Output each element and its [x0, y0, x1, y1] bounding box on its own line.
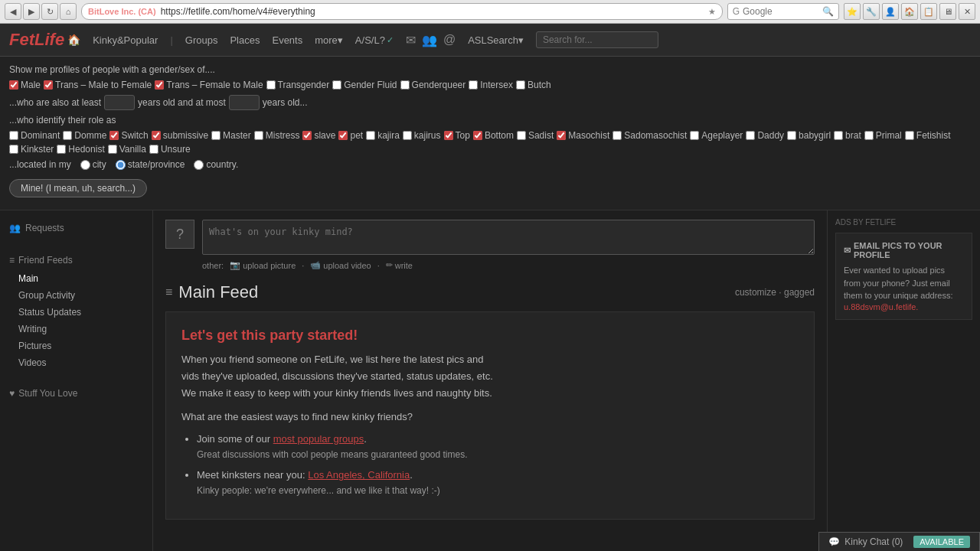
- location-city[interactable]: city: [80, 159, 106, 170]
- customize-link[interactable]: customize: [735, 287, 776, 298]
- gender-cb-3[interactable]: Transgender: [266, 80, 330, 90]
- back-button[interactable]: ◀: [5, 3, 21, 20]
- popular-groups-link[interactable]: most popular groups: [273, 433, 364, 445]
- role-cb-5[interactable]: Mistress: [254, 130, 300, 141]
- nav-groups[interactable]: Groups: [185, 34, 218, 46]
- gender-cb-1[interactable]: Trans – Male to Female: [44, 80, 152, 90]
- role-cb-15[interactable]: Ageplayer: [690, 130, 743, 141]
- role-cb-4[interactable]: Master: [211, 130, 251, 141]
- browser-search-input[interactable]: [743, 6, 819, 17]
- role-cb-24[interactable]: Unsure: [149, 144, 191, 155]
- search-button[interactable]: Mine! (I mean, uh, search...): [9, 179, 147, 197]
- write-action[interactable]: ✏ write: [386, 260, 413, 270]
- messages-icon[interactable]: ✉: [406, 33, 416, 47]
- sidebar-item-main[interactable]: Main: [0, 270, 152, 287]
- role-cb-2[interactable]: Switch: [109, 130, 148, 141]
- list-item-groups: Join some of our most popular groups. Gr…: [197, 432, 799, 461]
- role-cb-13[interactable]: Masochist: [557, 130, 609, 141]
- gender-cb-7[interactable]: Butch: [516, 80, 551, 90]
- address-bar[interactable]: BitLove Inc. (CA) https://fetlife.com/ho…: [81, 3, 723, 20]
- role-cb-21[interactable]: Kinkster: [9, 144, 54, 155]
- gender-cb-4[interactable]: Gender Fluid: [332, 80, 397, 90]
- logo-home-icon: 🏠: [67, 34, 80, 46]
- nav-places[interactable]: Places: [230, 34, 260, 46]
- role-cb-16[interactable]: Daddy: [746, 130, 784, 141]
- sidebar-item-group-activity[interactable]: Group Activity: [0, 287, 152, 304]
- welcome-box: Let's get this party started! When you f…: [165, 311, 815, 520]
- sidebar-item-writing[interactable]: Writing: [0, 321, 152, 337]
- role-cb-8[interactable]: kajira: [366, 130, 400, 141]
- role-cb-18[interactable]: brat: [834, 130, 861, 141]
- role-cb-22[interactable]: Hedonist: [57, 144, 104, 155]
- home-button[interactable]: ⌂: [60, 3, 77, 20]
- filter-section: Show me profiles of people with a gender…: [0, 57, 980, 210]
- feed-separator: ·: [779, 287, 784, 298]
- role-cb-17[interactable]: babygirl: [787, 130, 831, 141]
- requests-icon: 👥: [9, 223, 21, 233]
- nav-more[interactable]: more▾: [315, 34, 343, 46]
- home-icon[interactable]: 🏠: [901, 3, 918, 20]
- role-cb-7[interactable]: pet: [338, 130, 363, 141]
- groups-subtext: Great discussions with cool people means…: [197, 449, 468, 460]
- role-cb-12[interactable]: Sadist: [517, 130, 554, 141]
- role-cb-9[interactable]: kajirus: [403, 130, 441, 141]
- email-address[interactable]: u.88dsvm@u.fetlife.: [844, 302, 964, 311]
- nav-events[interactable]: Events: [272, 34, 302, 46]
- feed-list-icon: ≡: [165, 285, 172, 299]
- users-icon[interactable]: 👤: [882, 3, 899, 20]
- friends-icon[interactable]: 👥: [422, 33, 437, 47]
- reload-button[interactable]: ↻: [41, 3, 58, 20]
- post-avatar: ?: [165, 220, 194, 249]
- monitor-icon[interactable]: 🖥: [939, 3, 956, 20]
- stuff-heading[interactable]: ♥ Stuff You Love: [0, 383, 152, 403]
- role-cb-3[interactable]: submissive: [152, 130, 208, 141]
- chat-bar[interactable]: 💬 Kinky Chat (0) AVAILABLE: [818, 532, 980, 551]
- age-max-input[interactable]: 40: [229, 95, 260, 110]
- friend-feeds-icon: ≡: [9, 255, 15, 266]
- role-cb-20[interactable]: Fetishist: [905, 130, 951, 141]
- role-cb-10[interactable]: Top: [444, 130, 470, 141]
- location-state[interactable]: state/province: [116, 159, 185, 170]
- chat-label: Kinky Chat (0): [844, 536, 903, 547]
- gender-filter-label: Show me profiles of people with a gender…: [9, 64, 215, 75]
- requests-heading[interactable]: 👥 Requests: [0, 218, 152, 238]
- role-cb-1[interactable]: Domme: [63, 130, 106, 141]
- upload-picture-action[interactable]: 📷 upload picture: [230, 260, 296, 270]
- role-filter-label: ...who identify their role as: [9, 115, 116, 126]
- role-cb-19[interactable]: Primal: [864, 130, 902, 141]
- forward-button[interactable]: ▶: [23, 3, 40, 20]
- nav-kinky-popular[interactable]: Kinky&Popular: [93, 34, 158, 46]
- role-cb-11[interactable]: Bottom: [473, 130, 514, 141]
- friend-feeds-heading[interactable]: ≡ Friend Feeds: [0, 250, 152, 270]
- age-min-input[interactable]: 28: [104, 95, 135, 110]
- asl-search-dropdown[interactable]: ASLSearch▾: [468, 34, 524, 46]
- gender-cb-5[interactable]: Genderqueer: [400, 80, 466, 90]
- nav-asl[interactable]: A/S/L? ✓: [355, 34, 394, 46]
- site-search-input[interactable]: [536, 31, 658, 48]
- welcome-question: What are the easiest ways to find new ki…: [181, 411, 799, 422]
- role-cb-0[interactable]: Dominant: [9, 130, 60, 141]
- feed-controls: customize · gagged: [735, 287, 815, 298]
- addon-icon[interactable]: 🔧: [863, 3, 880, 20]
- location-subtext: Kinky people: we're everywhere... and we…: [197, 485, 440, 496]
- sidebar-item-pictures[interactable]: Pictures: [0, 337, 152, 354]
- location-link[interactable]: Los Angeles, California: [308, 469, 410, 481]
- site-logo[interactable]: FetLife 🏠: [9, 30, 80, 50]
- post-textarea[interactable]: [202, 220, 815, 255]
- gender-cb-2[interactable]: Trans – Female to Male: [155, 80, 263, 90]
- role-cb-23[interactable]: Vanilla: [108, 144, 146, 155]
- sidebar-item-videos[interactable]: Videos: [0, 354, 152, 371]
- notifications-icon[interactable]: @: [443, 33, 456, 47]
- close-browser-icon[interactable]: ✕: [959, 3, 975, 20]
- role-cb-6[interactable]: slave: [302, 130, 335, 141]
- gagged-link[interactable]: gagged: [784, 287, 815, 298]
- upload-video-action[interactable]: 📹 upload video: [310, 260, 371, 270]
- gender-cb-0[interactable]: Male: [9, 80, 41, 90]
- role-cb-14[interactable]: Sadomasochist: [612, 130, 687, 141]
- sidebar-item-status-updates[interactable]: Status Updates: [0, 304, 152, 321]
- gender-cb-6[interactable]: Intersex: [469, 80, 513, 90]
- browser-search-bar[interactable]: G 🔍: [727, 3, 839, 20]
- location-country[interactable]: country.: [194, 159, 238, 170]
- clipboard-icon[interactable]: 📋: [920, 3, 937, 20]
- bookmark-icon[interactable]: ⭐: [844, 3, 861, 20]
